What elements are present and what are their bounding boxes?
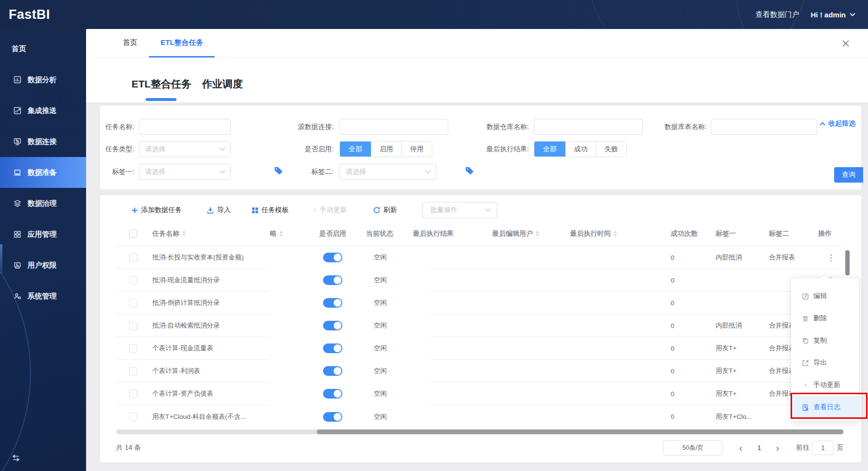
sidebar-item-data-governance[interactable]: 数据治理 (0, 188, 86, 219)
topbar: FastBI 查看数据门户 Hi ! admin (0, 0, 868, 29)
menu-item-export[interactable]: 导出 (791, 352, 859, 374)
prev-page-button[interactable]: ‹ (734, 442, 748, 454)
page-tab-job-scheduling[interactable]: 作业调度 (202, 77, 243, 91)
import-button[interactable]: 导入 (206, 202, 231, 218)
sidebar-item-data-connection[interactable]: 数据连接 (0, 126, 86, 157)
column-tag2: 标签二 (769, 229, 818, 238)
next-page-button[interactable]: › (771, 442, 784, 454)
menu-item-view-logs[interactable]: 查看日志 (791, 396, 859, 418)
app-logo: FastBI (9, 7, 50, 22)
tag1-value: 用友T+Clo... (716, 413, 769, 421)
enabled-toggle[interactable] (323, 298, 342, 308)
user-gear-icon (13, 292, 22, 300)
sidebar-item-system-management[interactable]: 系统管理 (0, 281, 86, 312)
enabled-toggle[interactable] (323, 412, 342, 422)
row-actions-menu: 编辑 删除 复制 导出 ☝ 手动更新 查看日志 (791, 278, 859, 422)
sort-icon[interactable] (182, 230, 186, 237)
page-jump-input[interactable] (812, 441, 834, 455)
toolbar-label: 刷新 (383, 206, 397, 214)
enabled-toggle[interactable] (323, 253, 342, 262)
enabled-toggle[interactable] (323, 366, 342, 376)
enabled-toggle[interactable] (323, 321, 342, 330)
task-status: 空闲 (366, 253, 413, 262)
sidebar-collapse-icon[interactable] (11, 453, 21, 463)
column-label: 略 (270, 229, 277, 238)
source-connection-input[interactable] (339, 119, 448, 135)
column-label: 当前状态 (366, 229, 393, 238)
sidebar-item-user-permission[interactable]: 用户权限 (0, 250, 86, 281)
sidebar-item-home[interactable]: 首页 (0, 33, 86, 64)
tab-etl-tasks[interactable]: ETL整合任务 (149, 29, 215, 57)
collapse-filters-label: 收起筛选 (828, 119, 855, 128)
task-name-input[interactable] (139, 119, 231, 135)
enabled-toggle[interactable] (323, 275, 342, 285)
search-button[interactable]: 查询 (834, 167, 863, 183)
task-type-select[interactable]: 请选择 (139, 141, 231, 157)
tag1-select[interactable]: 请选择 (139, 164, 231, 180)
vertical-scrollbar-thumb[interactable] (845, 250, 850, 275)
horizontal-scrollbar-thumb[interactable] (317, 429, 843, 434)
row-checkbox[interactable] (129, 390, 137, 398)
enabled-option-off[interactable]: 停用 (401, 142, 432, 157)
horizontal-scrollbar[interactable] (116, 429, 843, 434)
tag2-select[interactable]: 请选择 (339, 164, 436, 180)
success-count: 0 (668, 300, 716, 307)
row-checkbox[interactable] (129, 367, 137, 375)
collapse-filters-link[interactable]: 收起筛选 (820, 119, 855, 128)
current-page[interactable]: 1 (752, 444, 766, 452)
enabled-option-all[interactable]: 全部 (340, 142, 371, 157)
sidebar-item-label: 系统管理 (28, 292, 57, 301)
row-checkbox[interactable] (129, 344, 137, 353)
result-option-all[interactable]: 全部 (534, 142, 565, 157)
sidebar-item-app-management[interactable]: 应用管理 (0, 219, 86, 250)
select-all-checkbox[interactable] (129, 229, 137, 238)
row-checkbox[interactable] (129, 299, 137, 307)
manual-update-button[interactable]: ☝ 手动更新 (312, 202, 347, 218)
add-data-task-button[interactable]: 添加数据任务 (131, 202, 182, 218)
download-icon (206, 206, 214, 214)
tag1-value: 内部抵消 (716, 321, 769, 330)
column-last-editor[interactable]: 最后编辑用户 (492, 229, 570, 238)
sidebar-item-data-preparation[interactable]: 数据准备 (0, 157, 86, 188)
bar-chart-icon (13, 75, 22, 84)
tag-icon[interactable] (464, 166, 475, 176)
id-card-icon (13, 261, 22, 270)
sort-icon[interactable] (279, 230, 283, 237)
page-tab-etl-tasks[interactable]: ETL整合任务 (132, 77, 191, 91)
sort-icon[interactable] (535, 230, 540, 237)
tag2-label: 标签二: (265, 164, 334, 180)
result-option-success[interactable]: 成功 (565, 142, 596, 157)
enabled-toggle[interactable] (323, 343, 342, 353)
menu-item-edit[interactable]: 编辑 (791, 285, 859, 307)
enabled-option-on[interactable]: 启用 (371, 142, 401, 157)
menu-item-delete[interactable]: 删除 (791, 307, 859, 329)
db-table-name-label: 数据库表名称: (632, 119, 707, 135)
column-task-name[interactable]: 任务名称 (152, 229, 270, 238)
result-option-failed[interactable]: 失败 (596, 142, 626, 157)
row-checkbox[interactable] (129, 254, 137, 262)
toolbar-label: 添加数据任务 (141, 206, 182, 214)
db-table-name-input[interactable] (711, 119, 817, 135)
warehouse-name-input[interactable] (534, 119, 643, 135)
refresh-button[interactable]: 刷新 (373, 202, 397, 218)
menu-item-copy[interactable]: 复制 (791, 329, 859, 352)
batch-actions-select[interactable]: 批量操作 (422, 202, 497, 218)
row-checkbox[interactable] (129, 413, 137, 421)
row-more-actions-button[interactable]: ⋮ (827, 253, 835, 262)
tab-home[interactable]: 首页 (111, 29, 149, 57)
sidebar-item-data-analysis[interactable]: 数据分析 (0, 64, 86, 95)
column-last-time[interactable]: 最后执行时间 (570, 229, 668, 238)
tag2-value: 合并报表 (769, 253, 818, 262)
menu-item-manual-update[interactable]: ☝ 手动更新 (791, 374, 859, 396)
task-template-button[interactable]: 任务模板 (251, 202, 289, 218)
close-icon[interactable] (842, 40, 850, 47)
page-size-select[interactable]: 50条/页 (663, 440, 722, 456)
column-strategy-partial[interactable]: 略 (270, 229, 319, 238)
row-checkbox[interactable] (129, 276, 137, 285)
row-checkbox[interactable] (129, 322, 137, 330)
sort-icon[interactable] (613, 230, 618, 237)
task-name-label: 任务名称: (100, 119, 134, 135)
enabled-toggle[interactable] (323, 389, 342, 399)
pagination: 共 14 条 50条/页 ‹ 1 › 前往 页 (116, 439, 843, 457)
sidebar-item-integration-push[interactable]: 集成推送 (0, 95, 86, 126)
